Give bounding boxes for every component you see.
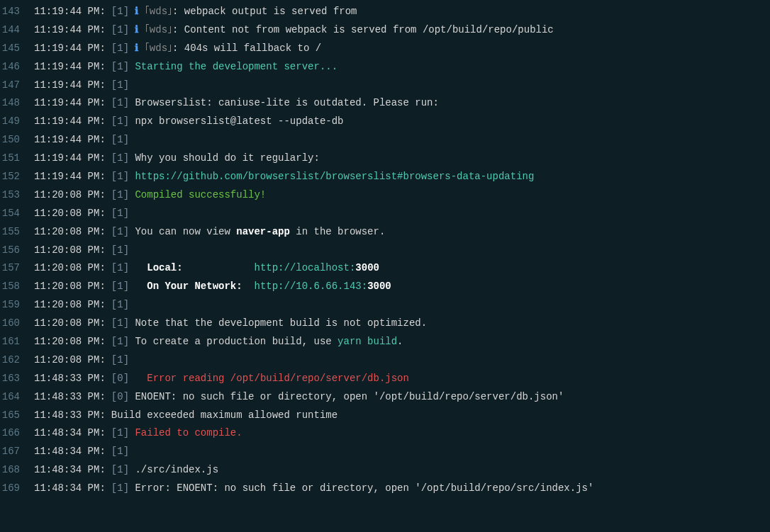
- timestamp: 11:48:34 PM:: [34, 443, 111, 461]
- process-prefix: [1]: [111, 315, 135, 333]
- log-segment: Local:: [147, 259, 182, 278]
- log-segment: naver-app: [236, 223, 290, 242]
- log-segment: To create a production build, use: [135, 333, 337, 351]
- log-line: 16011:20:08 PM:[1] Note that the develop…: [0, 315, 770, 333]
- log-segment: : webpack output is served from: [172, 3, 357, 21]
- log-line: 14411:19:44 PM:[1] ℹ ｢wds｣: Content not …: [0, 21, 770, 40]
- process-prefix: [1]: [111, 242, 135, 260]
- log-segment: ./src/index.js: [135, 461, 218, 480]
- line-number: 163: [0, 370, 34, 388]
- process-prefix: [1]: [111, 113, 135, 131]
- process-prefix: [1]: [111, 223, 135, 242]
- log-output[interactable]: 14311:19:44 PM:[1] ℹ ｢wds｣: webpack outp…: [0, 3, 770, 498]
- timestamp: 11:20:08 PM:: [34, 278, 111, 296]
- process-prefix: [1]: [111, 77, 135, 95]
- log-line: 14911:19:44 PM:[1] npx browserslist@late…: [0, 113, 770, 131]
- process-prefix: [1]: [111, 205, 135, 223]
- log-line: 15111:19:44 PM:[1] Why you should do it …: [0, 149, 770, 168]
- log-line: 16411:48:33 PM:[0] ENOENT: no such file …: [0, 388, 770, 407]
- log-line: 14711:19:44 PM:[1]: [0, 77, 770, 95]
- log-line: 15611:20:08 PM:[1]: [0, 242, 770, 260]
- timestamp: 11:19:44 PM:: [34, 131, 111, 149]
- timestamp: 11:20:08 PM:: [34, 186, 111, 205]
- log-segment: On Your Network:: [147, 278, 242, 296]
- process-prefix: [1]: [111, 259, 135, 278]
- process-prefix: [1]: [111, 186, 135, 205]
- log-line: 14311:19:44 PM:[1] ℹ ｢wds｣: webpack outp…: [0, 3, 770, 21]
- log-segment: 3000: [367, 278, 391, 296]
- timestamp: 11:19:44 PM:: [34, 94, 111, 113]
- process-prefix: [1]: [111, 351, 135, 370]
- log-segment: [135, 259, 147, 278]
- line-number: 144: [0, 21, 34, 40]
- line-number: 147: [0, 77, 34, 95]
- process-prefix: [1]: [111, 296, 135, 315]
- process-prefix: [0]: [111, 388, 135, 407]
- line-number: 167: [0, 443, 34, 461]
- timestamp: 11:48:33 PM:: [34, 370, 111, 388]
- log-segment: Why you should do it regularly:: [135, 149, 319, 168]
- process-prefix: [1]: [111, 480, 135, 498]
- timestamp: 11:48:34 PM:: [34, 461, 111, 480]
- line-number: 153: [0, 186, 34, 205]
- log-line: 15811:20:08 PM:[1] On Your Network: http…: [0, 278, 770, 296]
- log-segment: You can now view: [135, 223, 236, 242]
- log-line: 15711:20:08 PM:[1] Local: http://localho…: [0, 259, 770, 278]
- line-number: 156: [0, 242, 34, 260]
- log-segment: Error: ENOENT: no such file or directory…: [135, 480, 593, 498]
- line-number: 148: [0, 94, 34, 113]
- log-segment: Browserslist: caniuse-lite is outdated. …: [135, 94, 438, 113]
- log-segment: Compiled successfully!: [135, 186, 266, 205]
- line-number: 151: [0, 149, 34, 168]
- line-number: 150: [0, 131, 34, 149]
- process-prefix: [1]: [111, 278, 135, 296]
- log-segment: Build exceeded maximum allowed runtime: [111, 407, 337, 425]
- timestamp: 11:19:44 PM:: [34, 21, 111, 40]
- log-line: 16511:48:33 PM:Build exceeded maximum al…: [0, 407, 770, 425]
- log-line: 14611:19:44 PM:[1] Starting the developm…: [0, 58, 770, 77]
- line-number: 168: [0, 461, 34, 480]
- log-line: 16111:20:08 PM:[1] To create a productio…: [0, 333, 770, 351]
- process-prefix: [0]: [111, 370, 135, 388]
- process-prefix: [1]: [111, 461, 135, 480]
- log-line: 16611:48:34 PM:[1] Failed to compile.: [0, 424, 770, 443]
- timestamp: 11:20:08 PM:: [34, 351, 111, 370]
- log-line: 16811:48:34 PM:[1] ./src/index.js: [0, 461, 770, 480]
- timestamp: 11:48:33 PM:: [34, 407, 111, 425]
- timestamp: 11:48:34 PM:: [34, 424, 111, 443]
- timestamp: 11:48:33 PM:: [34, 388, 111, 407]
- log-segment: ｢wds｣: [138, 3, 172, 21]
- process-prefix: [1]: [111, 149, 135, 168]
- log-segment: ｢wds｣: [138, 40, 172, 58]
- process-prefix: [1]: [111, 333, 135, 351]
- timestamp: 11:48:34 PM:: [34, 480, 111, 498]
- line-number: 146: [0, 58, 34, 77]
- line-number: 145: [0, 40, 34, 58]
- log-segment: 3000: [355, 259, 379, 278]
- timestamp: 11:19:44 PM:: [34, 77, 111, 95]
- log-segment: Error reading /opt/build/repo/server/db.…: [147, 370, 409, 388]
- line-number: 166: [0, 424, 34, 443]
- log-line: 15211:19:44 PM:[1] https://github.com/br…: [0, 168, 770, 186]
- timestamp: 11:20:08 PM:: [34, 315, 111, 333]
- log-segment: Note that the development build is not o…: [135, 315, 427, 333]
- line-number: 143: [0, 3, 34, 21]
- timestamp: 11:20:08 PM:: [34, 223, 111, 242]
- process-prefix: [1]: [111, 443, 135, 461]
- process-prefix: [1]: [111, 21, 135, 40]
- log-segment: Failed to compile.: [135, 424, 242, 443]
- log-line: 14811:19:44 PM:[1] Browserslist: caniuse…: [0, 94, 770, 113]
- line-number: 160: [0, 315, 34, 333]
- log-segment: https://github.com/browserslist/browsers…: [135, 168, 534, 186]
- log-segment: Starting the development server...: [135, 58, 337, 77]
- log-segment: [135, 278, 147, 296]
- log-segment: [242, 278, 255, 296]
- log-line: 16211:20:08 PM:[1]: [0, 351, 770, 370]
- process-prefix: [1]: [111, 168, 135, 186]
- log-segment: yarn build: [337, 333, 397, 351]
- process-prefix: [1]: [111, 424, 135, 443]
- process-prefix: [1]: [111, 58, 135, 77]
- log-segment: ｢wds｣: [138, 21, 172, 40]
- timestamp: 11:20:08 PM:: [34, 259, 111, 278]
- log-line: 16311:48:33 PM:[0] Error reading /opt/bu…: [0, 370, 770, 388]
